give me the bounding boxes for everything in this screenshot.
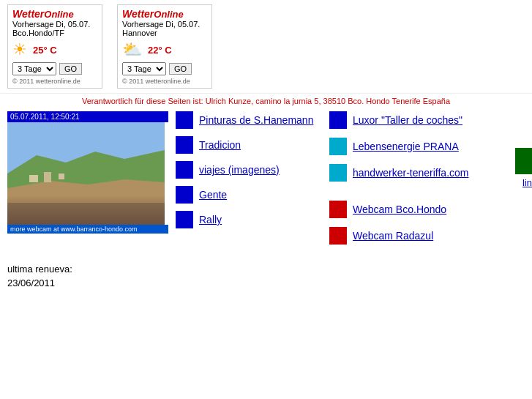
widget-controls-1[interactable]: 3 Tage 5 Tage 7 Tage GO	[12, 62, 97, 75]
svg-rect-6	[59, 174, 64, 179]
temp-2: 22° C	[148, 45, 172, 56]
responsible-bar: Verantwortlich für diese Seiten ist: Ulr…	[0, 93, 532, 108]
link-box-2	[176, 161, 193, 179]
weather-icon-row-2: ⛅ 22° C	[122, 40, 207, 59]
right-box-0	[329, 111, 347, 129]
link-row-1: Tradicion	[176, 136, 322, 154]
widget-controls-2[interactable]: 3 Tage 5 Tage 7 Tage GO	[122, 62, 207, 75]
sun-icon: ☀	[12, 40, 27, 59]
copyright-1: © 2011 wetteronline.de	[12, 78, 97, 85]
weather-widget-1: WetterOnline Vorhersage Di, 05.07. Bco.H…	[7, 4, 102, 89]
vorhersage-2: Vorhersage Di, 05.07.	[122, 20, 207, 29]
cloud-icon: ⛅	[122, 40, 142, 59]
right-link-row-4: Webcam Radazul	[329, 227, 490, 245]
svg-marker-2	[7, 179, 165, 225]
tage-select-1[interactable]: 3 Tage 5 Tage 7 Tage	[12, 62, 56, 75]
brand-text-2: Wetter	[122, 8, 154, 20]
copyright-2: © 2011 wetteronline.de	[122, 78, 207, 85]
link-row-0: Pinturas de S.Hanemann	[176, 111, 322, 129]
link-handwerker[interactable]: handwerker-teneriffa.com	[353, 167, 468, 179]
right-link-row-1: Lebensenergie PRANA	[329, 138, 490, 155]
ultima-date: 23/06/2011	[7, 277, 525, 288]
right-links-column: Luxor "Taller de coches" Lebensenergie P…	[329, 111, 490, 253]
link-luxor[interactable]: Luxor "Taller de coches"	[353, 114, 462, 126]
far-right-column: links	[498, 148, 532, 188]
right-link-row-0: Luxor "Taller de coches"	[329, 111, 490, 129]
svg-rect-4	[29, 175, 38, 182]
brand-online-2: Online	[154, 9, 183, 20]
location-2: Hannover	[122, 29, 207, 37]
webcam-image	[7, 122, 165, 225]
webcam-section: 05.07.2011, 12:50:21 more webcam at www.…	[7, 111, 168, 234]
spacer	[329, 190, 490, 201]
brand-text-1: Wetter	[12, 8, 44, 20]
weather-widget-2: WetterOnline Vorhersage Di, 05.07. Hanno…	[117, 4, 212, 89]
location-1: Bco.Hondo/TF	[12, 29, 97, 37]
link-box-1	[176, 136, 193, 154]
links-link[interactable]: links	[522, 177, 532, 188]
left-links-column: Pinturas de S.Hanemann Tradicion viajes …	[176, 111, 322, 236]
brand-2: WetterOnline	[122, 8, 207, 20]
webcam-svg	[7, 122, 165, 225]
right-box-3	[329, 201, 347, 218]
link-box-3	[176, 186, 193, 204]
top-weather-section: WetterOnline Vorhersage Di, 05.07. Bco.H…	[0, 0, 532, 93]
go-button-1[interactable]: GO	[59, 63, 82, 75]
right-box-1	[329, 138, 347, 155]
link-webcam-radazul[interactable]: Webcam Radazul	[353, 230, 433, 242]
link-box-0	[176, 111, 193, 129]
link-tradicion[interactable]: Tradicion	[199, 139, 241, 151]
right-link-row-2: handwerker-teneriffa.com	[329, 164, 490, 182]
link-box-4	[176, 211, 193, 228]
svg-rect-3	[7, 203, 165, 225]
right-box-4	[329, 227, 347, 245]
link-lebensenergie[interactable]: Lebensenergie PRANA	[353, 141, 459, 152]
right-box-2	[329, 164, 347, 182]
brand-online-1: Online	[44, 9, 73, 20]
link-rally[interactable]: Rally	[199, 214, 222, 225]
bottom-section: ultima renueva: 23/06/2011	[0, 256, 532, 296]
brand-1: WetterOnline	[12, 8, 97, 20]
link-viajes[interactable]: viajes (imagenes)	[199, 164, 280, 176]
svg-rect-5	[44, 172, 51, 182]
link-gente[interactable]: Gente	[199, 189, 227, 201]
link-pinturas[interactable]: Pinturas de S.Hanemann	[199, 114, 313, 126]
go-button-2[interactable]: GO	[169, 63, 192, 75]
webcam-timestamp: 05.07.2011, 12:50:21	[7, 111, 168, 122]
webcam-url: more webcam at www.barranco-hondo.com	[7, 225, 168, 234]
vorhersage-1: Vorhersage Di, 05.07.	[12, 20, 97, 29]
main-content: 05.07.2011, 12:50:21 more webcam at www.…	[0, 108, 532, 256]
responsible-text: Verantwortlich für diese Seiten ist: Ulr…	[82, 97, 450, 105]
link-row-3: Gente	[176, 186, 322, 204]
ultima-label: ultima renueva:	[7, 264, 525, 275]
tage-select-2[interactable]: 3 Tage 5 Tage 7 Tage	[122, 62, 166, 75]
link-webcam-hondo[interactable]: Webcam Bco.Hondo	[353, 204, 446, 215]
right-link-row-3: Webcam Bco.Hondo	[329, 201, 490, 218]
link-row-2: viajes (imagenes)	[176, 161, 322, 179]
link-row-4: Rally	[176, 211, 322, 228]
links-green-box	[515, 148, 532, 174]
weather-icon-row-1: ☀ 25° C	[12, 40, 97, 59]
temp-1: 25° C	[33, 45, 57, 56]
